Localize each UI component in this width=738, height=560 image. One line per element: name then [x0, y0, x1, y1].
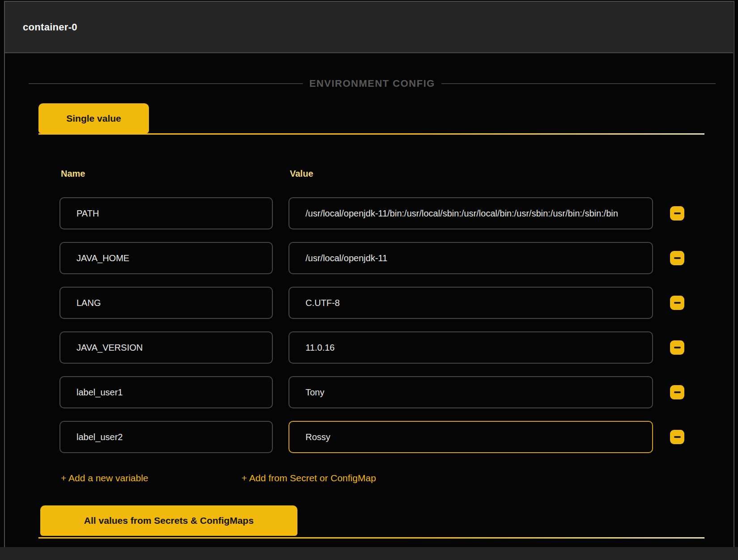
minus-icon [674, 436, 681, 438]
panel-header: container-0 [5, 2, 733, 53]
remove-variable-button[interactable] [670, 430, 684, 444]
variable-value-input[interactable]: Rossy [288, 421, 653, 453]
variable-value-text: /usr/local/openjdk-11 [289, 253, 387, 263]
add-new-variable-link[interactable]: + Add a new variable [61, 473, 148, 484]
variable-name-text: label_user2 [60, 432, 123, 442]
variable-value-text: /usr/local/openjdk-11/bin:/usr/local/sbi… [289, 208, 618, 219]
variable-name-input[interactable]: LANG [59, 287, 273, 319]
remove-variable-button[interactable] [670, 340, 684, 355]
minus-icon [674, 212, 681, 214]
panel-title: container-0 [23, 21, 77, 33]
minus-icon [674, 391, 681, 393]
section-divider: ENVIRONMENT CONFIG [29, 77, 716, 90]
variable-name-text: JAVA_HOME [60, 253, 129, 263]
env-var-rows: PATH /usr/local/openjdk-11/bin:/usr/loca… [0, 197, 738, 466]
remove-variable-button[interactable] [670, 385, 684, 399]
minus-icon [674, 302, 681, 304]
minus-icon [674, 257, 681, 259]
env-var-row: label_user1 Tony [0, 376, 738, 408]
container-config-panel: container-0 ENVIRONMENT CONFIG Single va… [0, 0, 738, 560]
variable-name-text: PATH [60, 208, 99, 219]
variable-name-input[interactable]: label_user2 [59, 421, 273, 453]
variable-value-input[interactable]: /usr/local/openjdk-11 [288, 242, 653, 274]
tab-all-values[interactable]: All values from Secrets & ConfigMaps [40, 505, 297, 536]
divider-line-left [29, 83, 303, 84]
footer-bar [0, 547, 738, 560]
remove-variable-button[interactable] [670, 251, 684, 265]
variable-name-input[interactable]: PATH [59, 197, 273, 229]
variable-value-text: Tony [289, 387, 324, 398]
env-var-row: JAVA_VERSION 11.0.16 [0, 331, 738, 364]
variable-value-text: 11.0.16 [289, 343, 335, 353]
variable-value-input[interactable]: Tony [288, 376, 653, 408]
env-var-row: LANG C.UTF-8 [0, 287, 738, 319]
env-var-row: label_user2 Rossy [0, 421, 738, 453]
env-var-row: PATH /usr/local/openjdk-11/bin:/usr/loca… [0, 197, 738, 229]
variable-name-text: label_user1 [60, 387, 123, 398]
column-header-value: Value [290, 169, 313, 179]
tab-underline-bottom [38, 537, 704, 539]
variable-name-input[interactable]: JAVA_VERSION [59, 331, 273, 364]
add-from-secret-link[interactable]: + Add from Secret or ConfigMap [242, 473, 376, 484]
tab-underline-top [38, 133, 704, 135]
variable-value-input[interactable]: C.UTF-8 [288, 287, 653, 319]
variable-name-input[interactable]: JAVA_HOME [59, 242, 273, 274]
remove-variable-button[interactable] [670, 296, 684, 310]
variable-name-input[interactable]: label_user1 [59, 376, 273, 408]
variable-name-text: JAVA_VERSION [60, 343, 143, 353]
minus-icon [674, 347, 681, 348]
variable-value-input[interactable]: /usr/local/openjdk-11/bin:/usr/local/sbi… [288, 197, 653, 229]
tab-single-value[interactable]: Single value [38, 103, 149, 133]
variable-value-text: Rossy [289, 432, 331, 442]
section-legend: ENVIRONMENT CONFIG [309, 78, 435, 89]
column-header-name: Name [61, 169, 85, 179]
divider-line-right [441, 83, 716, 84]
variable-value-text: C.UTF-8 [289, 298, 340, 308]
remove-variable-button[interactable] [670, 206, 684, 221]
variable-name-text: LANG [60, 298, 101, 308]
env-var-row: JAVA_HOME /usr/local/openjdk-11 [0, 242, 738, 274]
variable-value-input[interactable]: 11.0.16 [288, 331, 653, 364]
